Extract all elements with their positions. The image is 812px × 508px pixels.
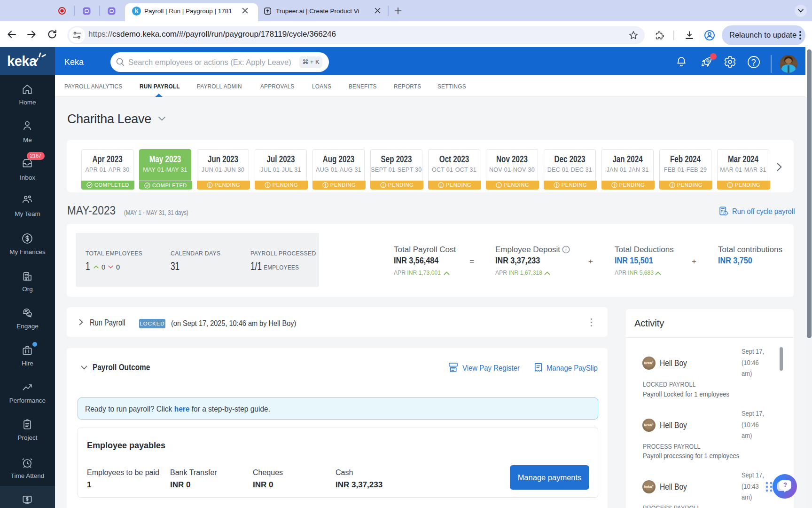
svg-text:₹: ₹ [725,212,727,215]
